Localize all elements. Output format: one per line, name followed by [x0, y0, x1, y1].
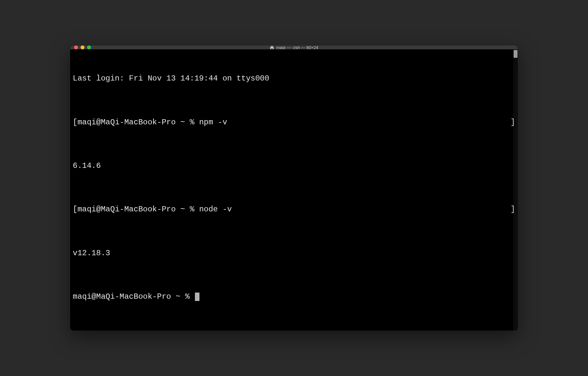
terminal-content[interactable]: Last login: Fri Nov 13 14:19:44 on ttys0… [70, 49, 518, 331]
prompt-text: maqi@MaQi-MacBook-Pro ~ % [73, 292, 194, 301]
output-line: v12.18.3 [73, 248, 515, 259]
close-button[interactable] [74, 45, 78, 49]
prompt-line: [maqi@MaQi-MacBook-Pro ~ % npm -v ] [73, 117, 515, 128]
bracket-open: [ [73, 204, 77, 215]
command-text: npm -v [199, 117, 227, 128]
minimize-button[interactable] [81, 45, 84, 49]
last-login-line: Last login: Fri Nov 13 14:19:44 on ttys0… [73, 73, 515, 84]
bracket-open: [ [73, 117, 77, 128]
prompt-line: [maqi@MaQi-MacBook-Pro ~ % node -v ] [73, 204, 515, 215]
cursor-block [195, 293, 199, 301]
scrollbar-thumb[interactable] [514, 50, 518, 58]
terminal-window: maqi — -zsh — 80×24 Last login: Fri Nov … [70, 45, 518, 331]
scrollbar-track[interactable] [513, 49, 518, 331]
prompt-text: maqi@MaQi-MacBook-Pro ~ % [77, 204, 199, 215]
prompt-text: maqi@MaQi-MacBook-Pro ~ % [77, 117, 199, 128]
titlebar[interactable]: maqi — -zsh — 80×24 [70, 45, 518, 49]
command-text: node -v [199, 204, 232, 215]
output-line: 6.14.6 [73, 160, 515, 171]
maximize-button[interactable] [87, 45, 91, 49]
prompt-line-current: maqi@MaQi-MacBook-Pro ~ % [73, 291, 515, 302]
traffic-lights [74, 45, 91, 49]
